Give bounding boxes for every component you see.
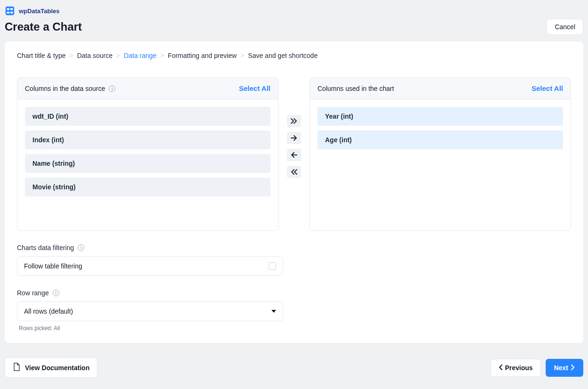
row-range-hint: Rows picked: All <box>19 325 571 332</box>
chevron-right-icon: > <box>70 52 73 59</box>
breadcrumb-step-save[interactable]: Save and get shortcode <box>248 52 318 59</box>
move-right-button[interactable] <box>287 132 301 144</box>
row-range-select[interactable]: All rows (default) <box>17 301 283 321</box>
chart-panel-title: Columns used in the chart <box>318 85 394 92</box>
svg-rect-3 <box>7 12 9 14</box>
next-button[interactable]: Next <box>546 359 583 377</box>
chart-column-item[interactable]: Age (int) <box>318 130 563 149</box>
breadcrumb-step-data-range[interactable]: Data range <box>124 52 156 59</box>
previous-label: Previous <box>505 364 533 372</box>
document-icon <box>13 363 20 373</box>
wizard-card: Chart title & type > Data source > Data … <box>5 41 583 343</box>
next-label: Next <box>554 364 568 372</box>
filtering-section-label: Charts data filtering i <box>17 244 571 251</box>
brand-logo-icon <box>5 6 15 16</box>
row-range-selected: All rows (default) <box>24 308 73 315</box>
source-column-item[interactable]: Index (int) <box>25 130 270 149</box>
move-left-button[interactable] <box>287 149 301 161</box>
cancel-button[interactable]: Cancel <box>547 19 583 35</box>
brand-name: wpDataTables <box>19 8 59 15</box>
source-column-item[interactable]: wdt_ID (int) <box>25 107 270 126</box>
follow-table-filtering-checkbox[interactable] <box>269 262 276 270</box>
move-all-right-button[interactable] <box>287 115 301 127</box>
chevron-left-icon <box>499 364 502 372</box>
breadcrumb-step-formatting[interactable]: Formatting and preview <box>168 52 237 59</box>
chart-columns-panel: Columns used in the chart Select All Yea… <box>310 77 571 231</box>
source-columns-panel: Columns in the data source i Select All … <box>17 77 278 231</box>
row-range-section-text: Row range <box>17 289 49 297</box>
wizard-footer: View Documentation Previous Next <box>0 350 588 389</box>
chart-column-item[interactable]: Year (int) <box>318 107 563 126</box>
move-all-left-button[interactable] <box>287 166 301 178</box>
page-title: Create a Chart <box>5 20 82 33</box>
source-column-item[interactable]: Name (string) <box>25 154 270 173</box>
svg-rect-1 <box>7 8 9 10</box>
chevron-right-icon: > <box>240 52 244 59</box>
view-documentation-button[interactable]: View Documentation <box>5 357 97 378</box>
source-select-all[interactable]: Select All <box>239 84 270 92</box>
breadcrumb-step-title-type[interactable]: Chart title & type <box>17 52 66 59</box>
chevron-down-icon <box>271 310 276 313</box>
view-documentation-label: View Documentation <box>25 364 89 372</box>
info-icon[interactable]: i <box>53 290 59 296</box>
follow-table-filtering-label: Follow table filtering <box>24 262 82 270</box>
breadcrumb-step-data-source[interactable]: Data source <box>77 52 112 59</box>
breadcrumb: Chart title & type > Data source > Data … <box>17 52 571 59</box>
source-panel-title: Columns in the data source <box>25 85 105 92</box>
row-range-section-label: Row range i <box>17 289 571 297</box>
source-column-item[interactable]: Movie (string) <box>25 178 270 196</box>
info-icon[interactable]: i <box>109 85 115 92</box>
svg-rect-0 <box>6 7 14 15</box>
chevron-right-icon <box>571 364 575 372</box>
chevron-right-icon: > <box>116 52 120 59</box>
filtering-section-text: Charts data filtering <box>17 244 74 251</box>
follow-table-filtering-option[interactable]: Follow table filtering <box>17 256 283 276</box>
info-icon[interactable]: i <box>78 244 84 251</box>
previous-button[interactable]: Previous <box>491 359 541 377</box>
svg-rect-2 <box>10 8 13 10</box>
svg-rect-4 <box>10 12 13 14</box>
chevron-right-icon: > <box>160 52 164 59</box>
brand-bar: wpDataTables <box>0 0 588 19</box>
chart-select-all[interactable]: Select All <box>532 84 563 92</box>
transfer-buttons <box>287 77 301 231</box>
